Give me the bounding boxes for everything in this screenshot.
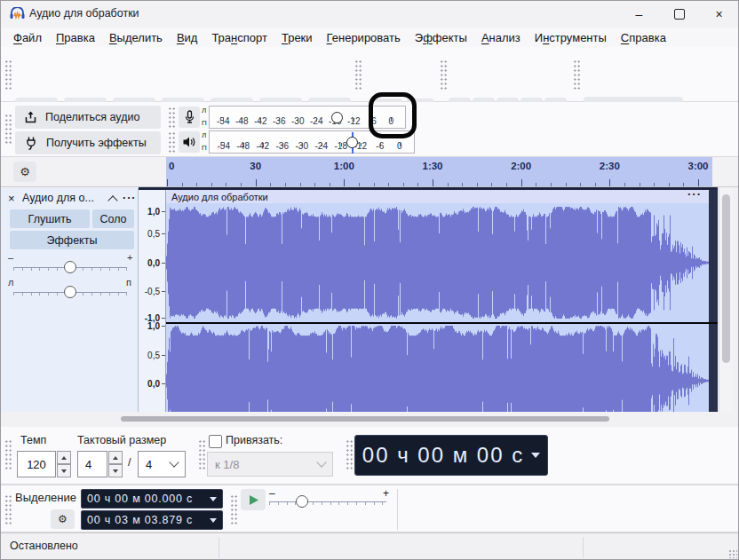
vertical-ruler-label: 1,0 — [147, 321, 160, 331]
tempo-up-button[interactable] — [57, 451, 71, 464]
toolbar-grip[interactable] — [168, 106, 175, 128]
menu-item-Файл[interactable]: Файл — [6, 31, 49, 44]
timesig-up-button[interactable] — [108, 451, 123, 464]
snap-checkbox[interactable] — [209, 435, 222, 448]
gain-min-label: – — [8, 252, 13, 263]
meter-scale-label: -12 — [345, 116, 363, 128]
ruler-tick — [285, 183, 286, 186]
menu-item-Выделить[interactable]: Выделить — [102, 31, 170, 44]
menu-item-Транспорт[interactable]: Транспорт — [204, 31, 274, 44]
playback-meter-speaker-button[interactable] — [179, 131, 200, 153]
timesig-lower-select[interactable]: 4 — [138, 451, 186, 477]
record-meter-mic-button[interactable] — [179, 106, 200, 128]
meter-scale-label: -6 — [370, 141, 390, 153]
audio-clip[interactable]: Аудио для обработки ··· — [166, 190, 709, 412]
gain-slider[interactable] — [13, 267, 127, 271]
selection-start-field[interactable]: 00 ч 00 м 00.000 с — [81, 489, 223, 509]
meter-scale-label: -36 — [273, 141, 292, 153]
tempo-down-button[interactable] — [57, 464, 71, 477]
selection-options-button[interactable]: ⚙ — [51, 509, 75, 529]
gear-icon: ⚙ — [58, 513, 68, 525]
pan-slider-thumb[interactable] — [64, 286, 76, 298]
pan-slider[interactable] — [13, 292, 127, 296]
record-meter-channels: ЛП — [202, 107, 207, 127]
menu-item-Правка[interactable]: Правка — [49, 31, 102, 44]
status-bar: Остановлено — [1, 532, 739, 560]
toolbar-grip[interactable] — [230, 494, 237, 525]
menu-item-Справка[interactable]: Справка — [614, 31, 673, 44]
gear-icon: ⚙ — [20, 165, 30, 178]
selection-end-value[interactable]: 00 ч 03 м 03.879 с — [87, 514, 193, 526]
play-speed-slider-thumb[interactable] — [296, 495, 308, 508]
ruler-tick — [182, 183, 183, 186]
meter-volume-slider-thumb[interactable] — [346, 137, 358, 148]
timesig-upper-spinner[interactable]: 4 — [77, 451, 123, 477]
tempo-value[interactable]: 120 — [17, 451, 56, 477]
play-speed-slider[interactable] — [269, 501, 386, 505]
meter-volume-slider-thumb[interactable] — [331, 112, 343, 123]
snap-mode-select[interactable]: к 1/8 — [207, 452, 333, 477]
menu-item-Инструменты[interactable]: Инструменты — [528, 31, 614, 44]
track-effects-button[interactable]: Эффекты — [10, 231, 134, 249]
toolbar-grip[interactable] — [4, 494, 12, 525]
menu-item-Треки[interactable]: Треки — [274, 31, 320, 44]
track-close-button[interactable]: × — [8, 192, 15, 205]
timesig-upper-value[interactable]: 4 — [77, 451, 107, 477]
toolbar-grip[interactable] — [198, 439, 205, 471]
timeline-toolbar: ⚙ 0301:001:302:002:303:00 — [1, 157, 739, 187]
track-name[interactable]: Аудио для о... — [22, 192, 94, 204]
ruler-tick — [551, 183, 552, 186]
tempo-spinner[interactable]: 120 — [17, 451, 71, 477]
selection-end-field[interactable]: 00 ч 03 м 03.879 с — [81, 510, 223, 530]
solo-button[interactable]: Соло — [92, 209, 134, 228]
clip-header[interactable]: Аудио для обработки ··· — [166, 190, 709, 203]
toolbar-grip[interactable] — [4, 59, 12, 91]
vertical-scrollbar[interactable] — [719, 187, 733, 412]
chevron-down-icon — [169, 457, 179, 467]
menu-item-Эффекты[interactable]: Эффекты — [408, 31, 474, 44]
get-effects-button[interactable]: Получить эффекты — [15, 131, 161, 154]
timeline-ruler[interactable]: 0301:001:302:002:303:00 — [166, 157, 712, 186]
ruler-tick — [477, 183, 478, 186]
maximize-button[interactable] — [659, 1, 699, 28]
horizontal-scrollbar-thumb[interactable] — [121, 416, 609, 422]
clip-menu-button[interactable]: ··· — [687, 187, 702, 201]
gain-max-label: + — [127, 252, 132, 263]
toolbar-grip[interactable] — [573, 59, 580, 91]
audio-position-display[interactable]: 00 ч 00 м 00 с — [354, 435, 548, 476]
toolbar-grip[interactable] — [4, 114, 12, 146]
mute-button[interactable]: Глушить — [10, 209, 90, 228]
play-at-speed-button[interactable] — [241, 489, 266, 510]
track-menu-button[interactable]: ··· — [123, 192, 137, 204]
timesig-down-button[interactable] — [108, 464, 123, 477]
menu-item-Вид[interactable]: Вид — [170, 31, 205, 44]
toolbar-grip[interactable] — [346, 439, 353, 471]
share-audio-button[interactable]: Поделиться аудио — [15, 106, 161, 129]
ruler-label: 1:00 — [334, 161, 354, 171]
status-divider — [219, 537, 219, 558]
vertical-ruler-label: 1,0 — [147, 207, 160, 217]
vertical-scrollbar-thumb[interactable] — [722, 194, 730, 363]
menu-item-Генерировать[interactable]: Генерировать — [320, 31, 408, 44]
gain-slider-thumb[interactable] — [64, 261, 76, 273]
ruler-tick — [388, 183, 389, 186]
toolbar-grip[interactable] — [168, 131, 175, 153]
horizontal-scrollbar[interactable] — [1, 412, 739, 427]
waveform-left-channel[interactable] — [166, 203, 709, 319]
ruler-tick — [374, 183, 375, 186]
ruler-tick — [211, 183, 212, 186]
audio-position-value[interactable]: 00 ч 00 м 00 с — [362, 443, 524, 468]
track-collapse-icon[interactable] — [107, 195, 117, 205]
timeline-options-button[interactable]: ⚙ — [13, 162, 36, 182]
toolbar-grip[interactable] — [440, 59, 447, 91]
waveform-right-channel[interactable] — [166, 322, 709, 412]
resize-grip[interactable] — [728, 549, 737, 558]
selection-start-value[interactable]: 00 ч 00 м 00.000 с — [87, 493, 193, 505]
toolbar-grip[interactable] — [4, 439, 12, 471]
vertical-ruler[interactable]: 1,00,50,0-0,5-1,01,00,50,0 — [139, 190, 166, 412]
toolbar-grip[interactable] — [354, 59, 362, 91]
close-button[interactable]: × — [699, 1, 739, 28]
meter-scale-label: -30 — [292, 141, 312, 153]
minimize-button[interactable]: – — [619, 1, 659, 28]
menu-item-Анализ[interactable]: Анализ — [474, 31, 528, 44]
